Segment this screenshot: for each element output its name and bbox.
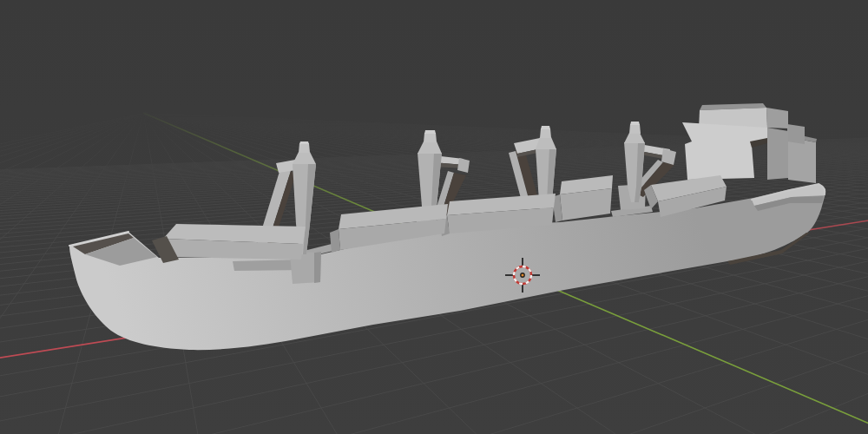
superstructure-funnel-block <box>788 137 816 183</box>
crane3-cap-top <box>541 126 550 129</box>
hatch2-end <box>330 229 340 253</box>
superstructure-mid-step <box>787 124 805 144</box>
3d-viewport[interactable] <box>0 0 868 434</box>
crane1-cap-top <box>299 141 309 144</box>
crane3-cap <box>540 128 551 138</box>
crane4-cap-top <box>630 122 640 125</box>
viewport-canvas <box>0 0 868 434</box>
crane2-cap-top <box>424 130 436 134</box>
superstructure-topbox-side <box>766 108 788 128</box>
crane4-cap <box>629 124 641 134</box>
crane1-pedestal-side <box>314 252 321 283</box>
crane1-cap <box>299 143 310 153</box>
cursor-center-dot <box>521 273 524 277</box>
crane2-cap <box>424 133 437 142</box>
crane2-arm-end <box>457 158 470 173</box>
superstructure-bridge-side <box>767 128 788 180</box>
